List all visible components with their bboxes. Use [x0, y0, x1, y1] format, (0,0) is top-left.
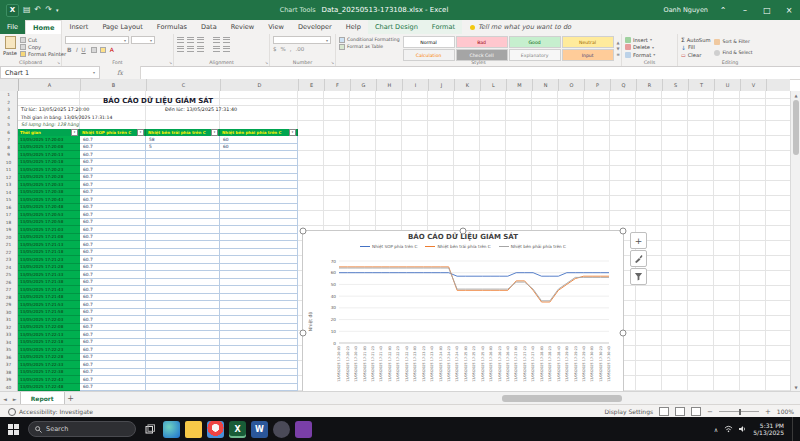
fx-icon[interactable]: fx	[117, 69, 123, 77]
file-explorer-icon[interactable]	[185, 421, 202, 438]
ribbon-tab-review[interactable]: Review	[224, 20, 262, 34]
table-cell-value[interactable]: 60.7	[80, 324, 146, 332]
table-cell-value[interactable]	[220, 189, 298, 197]
table-cell-value[interactable]	[220, 294, 298, 302]
find-select-button[interactable]: Find & Select	[714, 47, 752, 58]
column-header-D[interactable]: D	[221, 79, 299, 91]
cell-style-neutral[interactable]: Neutral	[562, 36, 614, 48]
display-settings-button[interactable]: Display Settings	[604, 408, 653, 415]
table-cell-value[interactable]: 60	[220, 136, 298, 144]
font-size-combo[interactable]: ▾	[131, 36, 155, 44]
table-cell-value[interactable]: 60.7	[80, 219, 146, 227]
table-cell-value[interactable]: 60.7	[80, 151, 146, 159]
table-cell-value[interactable]: 60.7	[80, 369, 146, 377]
column-header-J[interactable]: J	[429, 79, 455, 91]
table-cell-value[interactable]	[146, 279, 220, 287]
align-center-icon[interactable]	[187, 46, 194, 52]
column-header-K[interactable]: K	[455, 79, 481, 91]
table-cell-value[interactable]: 5	[146, 144, 220, 152]
number-format-combo[interactable]: ▾	[273, 36, 331, 44]
cell-style-normal[interactable]: Normal	[403, 36, 455, 48]
column-header-P[interactable]: P	[585, 79, 611, 91]
copy-button[interactable]: Copy	[20, 43, 66, 50]
app-icon[interactable]	[273, 421, 290, 438]
worksheet-grid[interactable]: 1234567891011121314151617181920212223242…	[0, 91, 790, 391]
table-cell-value[interactable]	[146, 264, 220, 272]
table-cell-value[interactable]	[146, 294, 220, 302]
table-cell-time[interactable]: 13/05/2025 17:21:28	[18, 264, 80, 272]
table-cell-value[interactable]	[146, 354, 220, 362]
minimize-button[interactable]: –	[738, 3, 752, 17]
table-cell-value[interactable]	[220, 256, 298, 264]
table-cell-time[interactable]: 13/05/2025 17:20:18	[18, 159, 80, 167]
format-painter-button[interactable]: Format Painter	[20, 50, 66, 57]
table-cell-value[interactable]	[146, 346, 220, 354]
horizontal-scroll-thumb[interactable]	[502, 395, 622, 402]
chart-styles-button[interactable]	[630, 250, 647, 267]
table-cell-value[interactable]: 60.7	[80, 354, 146, 362]
ribbon-tab-developer[interactable]: Developer	[291, 20, 339, 34]
table-cell-time[interactable]: 13/05/2025 17:21:03	[18, 226, 80, 234]
table-cell-time[interactable]: 13/05/2025 17:22:43	[18, 376, 80, 384]
table-cell-value[interactable]	[220, 226, 298, 234]
chart-resize-handle[interactable]	[460, 228, 467, 235]
table-cell-value[interactable]: 60.7	[80, 144, 146, 152]
ribbon-tab-help[interactable]: Help	[339, 20, 368, 34]
table-cell-value[interactable]: 60.7	[80, 256, 146, 264]
filter-dropdown-icon[interactable]: ▾	[137, 129, 144, 136]
table-cell-value[interactable]: 60.7	[80, 316, 146, 324]
legend-item[interactable]: Nhiệt SOP phía trên C	[360, 244, 417, 249]
legend-item[interactable]: Nhiệt bên phải phía trên C	[499, 244, 566, 249]
table-cell-value[interactable]	[220, 286, 298, 294]
borders-icon[interactable]	[91, 47, 97, 53]
show-desktop-button[interactable]	[792, 417, 796, 441]
table-cell-time[interactable]: 13/05/2025 17:22:48	[18, 384, 80, 392]
taskbar-search[interactable]: Search	[28, 421, 136, 437]
table-cell-time[interactable]: 13/05/2025 17:20:28	[18, 174, 80, 182]
alignment-dialog-launcher-icon[interactable]: ↘	[265, 60, 268, 65]
table-cell-time[interactable]: 13/05/2025 17:22:28	[18, 354, 80, 362]
cell-style-bad[interactable]: Bad	[456, 36, 508, 48]
align-top-icon[interactable]	[177, 37, 184, 43]
table-cell-time[interactable]: 13/05/2025 17:22:33	[18, 361, 80, 369]
table-cell-value[interactable]: 60.7	[80, 249, 146, 257]
indent-icon[interactable]	[213, 46, 220, 52]
cell-style-good[interactable]: Good	[509, 36, 561, 48]
table-cell-value[interactable]	[146, 189, 220, 197]
clear-button[interactable]: ▭Clear	[681, 51, 710, 59]
report-printed-label[interactable]: Thời gian in bảng: 13/05/2025 17:31:14	[21, 115, 112, 120]
table-cell-time[interactable]: 13/05/2025 17:20:08	[18, 144, 80, 152]
table-cell-value[interactable]	[220, 369, 298, 377]
table-cell-value[interactable]	[220, 331, 298, 339]
table-cell-value[interactable]	[146, 226, 220, 234]
accounting-format-icon[interactable]: $	[273, 46, 277, 52]
zoom-level[interactable]: 100%	[777, 408, 794, 415]
comma-style-icon[interactable]: ,	[290, 46, 292, 52]
table-cell-value[interactable]	[220, 264, 298, 272]
table-cell-time[interactable]: 13/05/2025 17:22:08	[18, 324, 80, 332]
table-cell-time[interactable]: 13/05/2025 17:21:23	[18, 256, 80, 264]
table-cell-value[interactable]	[220, 361, 298, 369]
column-header-Q[interactable]: Q	[611, 79, 637, 91]
table-cell-time[interactable]: 13/05/2025 17:21:48	[18, 294, 80, 302]
clipboard-dialog-launcher-icon[interactable]: ↘	[57, 60, 60, 65]
column-header-A[interactable]: A	[19, 79, 81, 91]
taskbar-clock[interactable]: 5:31 PM 5/13/2025	[753, 422, 784, 436]
table-cell-value[interactable]	[220, 279, 298, 287]
table-cell-value[interactable]	[220, 159, 298, 167]
styles-gallery-down-icon[interactable]: ▼	[617, 46, 620, 51]
ribbon-tab-chart-design[interactable]: Chart Design	[368, 20, 425, 34]
ribbon-tab-insert[interactable]: Insert	[62, 20, 95, 34]
wrap-text-icon[interactable]	[223, 37, 230, 43]
table-cell-value[interactable]: 60.7	[80, 181, 146, 189]
save-icon[interactable]: ▤	[23, 6, 31, 14]
qat-customize-icon[interactable]: ▾	[56, 6, 59, 14]
name-box[interactable]: Chart 1 ▾	[0, 66, 100, 79]
styles-gallery-more-icon[interactable]: ≡	[617, 52, 620, 57]
table-cell-value[interactable]	[146, 166, 220, 174]
table-cell-value[interactable]	[146, 324, 220, 332]
filter-dropdown-icon[interactable]: ▾	[71, 129, 78, 136]
table-cell-value[interactable]	[220, 241, 298, 249]
table-cell-value[interactable]	[220, 219, 298, 227]
table-cell-value[interactable]: 60.7	[80, 294, 146, 302]
